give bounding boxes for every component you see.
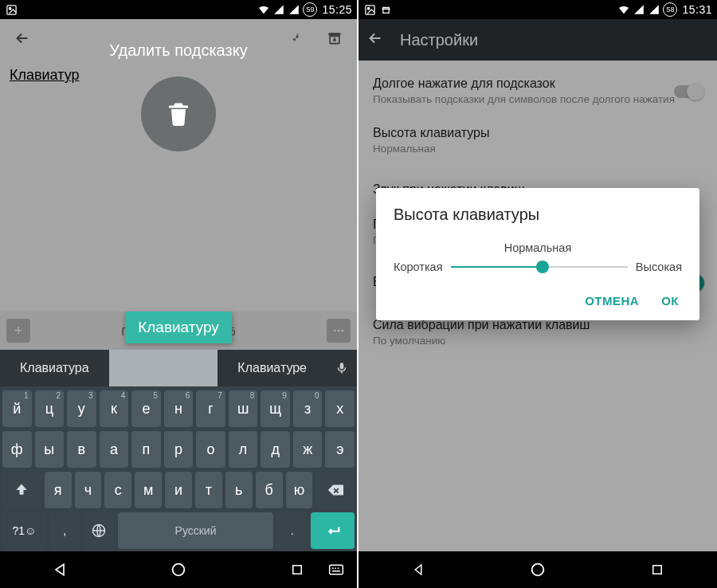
suggestion-selected[interactable] bbox=[109, 350, 218, 386]
svg-point-13 bbox=[532, 564, 544, 576]
status-bar: 59 15:25 bbox=[0, 0, 357, 19]
nav-recent[interactable] bbox=[641, 554, 673, 586]
height-slider[interactable] bbox=[451, 259, 628, 275]
key-ы[interactable]: ы bbox=[35, 431, 65, 468]
key-г[interactable]: г7 bbox=[196, 390, 225, 427]
keyboard-height-dialog: Высота клавиатуры Нормальная Короткая Вы… bbox=[376, 188, 699, 320]
svg-rect-8 bbox=[293, 566, 302, 574]
cancel-button[interactable]: ОТМЕНА bbox=[585, 294, 639, 308]
key-й[interactable]: й1 bbox=[2, 390, 32, 427]
slider-max-label: Высокая bbox=[636, 261, 682, 273]
key-з[interactable]: з0 bbox=[293, 390, 323, 427]
key-ч[interactable]: ч bbox=[75, 472, 102, 508]
clock: 15:31 bbox=[682, 3, 712, 16]
svg-rect-10 bbox=[365, 5, 374, 14]
svg-point-4 bbox=[338, 330, 340, 332]
key-ц[interactable]: ц2 bbox=[35, 390, 65, 427]
delete-suggestion-title: Удалить подсказку bbox=[0, 41, 357, 60]
nav-bar bbox=[358, 551, 717, 588]
dragged-suggestion-chip[interactable]: Клавиатуру bbox=[125, 312, 232, 343]
key-м[interactable]: м bbox=[135, 472, 162, 508]
key-а[interactable]: а bbox=[100, 431, 129, 468]
key-ю[interactable]: ю bbox=[286, 472, 313, 508]
backspace-key[interactable] bbox=[315, 472, 355, 508]
suggestion[interactable]: Клавиатуре bbox=[217, 361, 327, 375]
image-icon bbox=[363, 3, 376, 16]
nav-home[interactable] bbox=[163, 554, 194, 586]
svg-rect-0 bbox=[6, 5, 15, 14]
key-у[interactable]: у3 bbox=[67, 390, 96, 427]
svg-point-11 bbox=[367, 7, 370, 10]
left-app-area: Клавиатур + После хххххххххх 25 Удалить … bbox=[0, 19, 357, 350]
keyboard: й1ц2у3к4е5н6г7ш8щ9з0х фывапролджэ ячсмит… bbox=[0, 386, 357, 551]
nav-back[interactable] bbox=[44, 554, 76, 586]
battery-badge: 59 bbox=[303, 2, 317, 17]
signal-icon bbox=[633, 3, 645, 16]
trash-drop-target[interactable] bbox=[141, 76, 216, 151]
store-icon bbox=[379, 3, 392, 16]
suggestion-row: Клавиатура Клавиатуре bbox=[0, 350, 357, 386]
enter-key[interactable] bbox=[311, 512, 355, 549]
signal-icon bbox=[288, 3, 300, 16]
key-о[interactable]: о bbox=[196, 431, 225, 468]
mic-icon[interactable] bbox=[327, 361, 357, 375]
key-ж[interactable]: ж bbox=[293, 431, 323, 468]
key-ф[interactable]: ф bbox=[2, 431, 32, 468]
svg-rect-2 bbox=[329, 33, 341, 35]
key-в[interactable]: в bbox=[67, 431, 96, 468]
key-и[interactable]: и bbox=[165, 472, 192, 508]
image-icon bbox=[5, 3, 18, 16]
comma-key[interactable]: , bbox=[49, 512, 80, 549]
wifi-icon bbox=[257, 3, 270, 16]
nav-bar bbox=[0, 551, 357, 588]
slider-value-label: Нормальная bbox=[394, 241, 682, 254]
key-ш[interactable]: ш8 bbox=[229, 390, 258, 427]
nav-back[interactable] bbox=[402, 554, 434, 586]
add-button[interactable]: + bbox=[6, 319, 30, 343]
globe-key[interactable] bbox=[84, 512, 115, 549]
svg-point-5 bbox=[341, 330, 343, 332]
svg-point-7 bbox=[173, 564, 185, 576]
key-щ[interactable]: щ9 bbox=[261, 390, 290, 427]
keyboard-switch-icon[interactable] bbox=[320, 554, 352, 586]
space-key[interactable]: Русский bbox=[118, 512, 273, 549]
key-д[interactable]: д bbox=[261, 431, 290, 468]
key-б[interactable]: б bbox=[256, 472, 283, 508]
nav-recent[interactable] bbox=[281, 554, 313, 586]
key-х[interactable]: х bbox=[325, 390, 355, 427]
suggestion[interactable]: Клавиатура bbox=[0, 361, 109, 375]
key-л[interactable]: л bbox=[229, 431, 258, 468]
key-с[interactable]: с bbox=[104, 472, 131, 508]
key-н[interactable]: н6 bbox=[164, 390, 194, 427]
ok-button[interactable]: ОК bbox=[661, 294, 679, 308]
slider-min-label: Короткая bbox=[394, 261, 443, 273]
svg-rect-9 bbox=[330, 565, 343, 574]
symbols-key[interactable]: ?1☺ bbox=[2, 512, 46, 549]
right-app-area: Настройки Долгое нажатие для подсказок П… bbox=[358, 19, 717, 551]
key-е[interactable]: е5 bbox=[131, 390, 161, 427]
dialog-title: Высота клавиатуры bbox=[394, 206, 682, 224]
signal-icon bbox=[648, 3, 660, 16]
battery-badge: 58 bbox=[663, 2, 677, 17]
key-я[interactable]: я bbox=[45, 472, 72, 508]
key-п[interactable]: п bbox=[131, 431, 161, 468]
svg-point-3 bbox=[334, 330, 336, 332]
wifi-icon bbox=[617, 3, 630, 16]
key-э[interactable]: э bbox=[325, 431, 355, 468]
status-bar: 58 15:31 bbox=[358, 0, 717, 19]
shift-key[interactable] bbox=[2, 472, 41, 508]
screen-right: 58 15:31 Настройки Долгое нажатие для по… bbox=[358, 0, 717, 588]
key-т[interactable]: т bbox=[195, 472, 222, 508]
svg-rect-14 bbox=[653, 566, 662, 574]
key-р[interactable]: р bbox=[164, 431, 194, 468]
screen-left: 59 15:25 Клавиатур + bbox=[0, 0, 358, 588]
key-ь[interactable]: ь bbox=[225, 472, 253, 508]
clock: 15:25 bbox=[322, 3, 352, 16]
svg-point-1 bbox=[9, 7, 11, 10]
key-к[interactable]: к4 bbox=[100, 390, 129, 427]
signal-icon bbox=[272, 3, 285, 16]
nav-home[interactable] bbox=[522, 554, 554, 586]
period-key[interactable]: . bbox=[276, 512, 308, 549]
typed-word: Клавиатур bbox=[10, 67, 80, 84]
more-button[interactable] bbox=[327, 319, 351, 343]
